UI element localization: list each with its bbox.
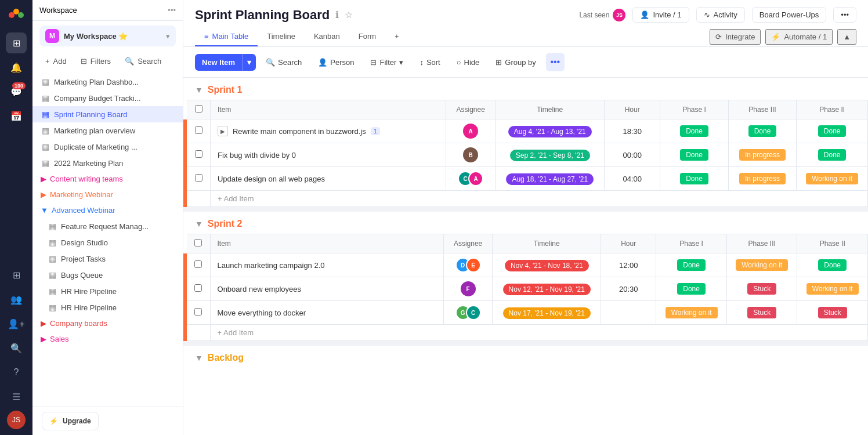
sprint-2-collapse-icon[interactable]: ▼ — [195, 219, 203, 229]
notifications-nav-icon[interactable]: 🔔 — [6, 57, 27, 78]
hide-tool-button[interactable]: ○ Hide — [450, 54, 486, 71]
add-button[interactable]: + Add — [39, 53, 73, 69]
add-item-row[interactable]: + Add Item — [183, 191, 868, 207]
sprint-2-section: ▼ Sprint 2 — [183, 212, 868, 341]
workspace-name: My Workspace ⭐ — [64, 32, 161, 41]
phase3-status: Stuck — [747, 307, 776, 318]
app-logo — [7, 6, 26, 24]
more-options-button[interactable]: ••• — [833, 7, 856, 23]
help-nav-icon[interactable]: ? — [6, 362, 27, 383]
star-icon[interactable]: ☆ — [345, 9, 353, 20]
assignee-avatar: A — [468, 171, 483, 186]
sprint-1-collapse-icon[interactable]: ▼ — [195, 85, 203, 95]
select-all-checkbox-2[interactable] — [194, 239, 202, 246]
add-item-label[interactable]: + Add Item — [210, 191, 867, 207]
sidebar-group-advanced-webinar[interactable]: ▼ Advanced Webinar — [32, 202, 183, 218]
team-nav-icon[interactable]: 👥 — [6, 289, 27, 310]
checkbox-col-header — [187, 100, 210, 119]
row-checkbox[interactable] — [195, 174, 202, 182]
search-nav-icon[interactable]: 🔍 — [6, 338, 27, 358]
calendar-nav-icon[interactable]: 📅 — [6, 106, 27, 126]
home-nav-icon[interactable]: ⊞ — [6, 32, 27, 53]
sidebar-item-duplicate-marketing[interactable]: ▦ Duplicate of Marketing ... — [32, 139, 183, 155]
new-item-caret-icon[interactable]: ▾ — [242, 54, 256, 71]
row-checkbox[interactable] — [195, 126, 202, 134]
sidebar-item-budget[interactable]: ▦ Company Budget Tracki... — [32, 90, 183, 106]
user-avatar-iconbar[interactable]: JS — [7, 411, 26, 429]
sidebar-group-company-boards[interactable]: ▶ Company boards — [32, 316, 183, 331]
sidebar-item-hr-pipeline-1[interactable]: ▦ HR Hire Pipeline — [32, 283, 183, 299]
sidebar-item-hr-pipeline-2[interactable]: ▦ HR Hire Pipeline — [32, 299, 183, 316]
icon-bar: ⊞ 🔔 💬 100 📅 ⊞ 👥 👤+ 🔍 ? ☰ JS — [0, 0, 32, 435]
sidebar-group-label: Advanced Webinar — [52, 206, 115, 215]
tab-kanban[interactable]: Kanban — [305, 27, 349, 46]
info-icon[interactable]: ℹ — [335, 9, 339, 20]
sidebar-item-label: Bugs Queue — [61, 271, 173, 280]
invite-button[interactable]: 👤 Invite / 1 — [632, 7, 689, 23]
hour-col-header: Hour — [605, 100, 660, 119]
sidebar-item-label: HR Hire Pipeline — [61, 287, 173, 296]
sidebar-item-marketing-overview[interactable]: ▦ Marketing plan overview — [32, 122, 183, 139]
sidebar-item-design-studio[interactable]: ▦ Design Studio — [32, 234, 183, 251]
assignee-avatar-stack: C A — [458, 171, 483, 186]
tab-kanban-label: Kanban — [314, 32, 340, 41]
sidebar-item-feature-request[interactable]: ▦ Feature Request Manag... — [32, 218, 183, 234]
sidebar-item-marketing-dashboard[interactable]: ▦ Marketing Plan Dashbo... — [32, 74, 183, 90]
phase2-status: Working on it — [806, 283, 859, 295]
board-icon: ▦ — [49, 238, 56, 247]
activity-button[interactable]: ∿ Activity — [696, 7, 745, 23]
select-all-checkbox[interactable] — [195, 105, 202, 113]
tab-form[interactable]: Form — [349, 27, 385, 46]
hide-tool-icon: ○ — [457, 58, 461, 67]
table-row: Onboard new employees ⊕ F Nov 12, '21 - … — [183, 277, 868, 301]
phase3-status: In progress — [739, 149, 786, 161]
filter-chevron-icon: ▾ — [399, 58, 403, 67]
search-tool-button[interactable]: 🔍 Search — [259, 54, 308, 71]
tab-timeline[interactable]: Timeline — [258, 27, 305, 46]
group-by-tool-button[interactable]: ⊞ Group by — [489, 54, 542, 71]
item-name: Rewrite main component in buzzword.js — [233, 127, 366, 136]
sidebar-options-icon[interactable]: ••• — [168, 6, 176, 14]
sort-tool-button[interactable]: ↕ Sort — [413, 54, 446, 71]
sidebar-item-sprint[interactable]: ▦ Sprint Planning Board — [32, 106, 183, 122]
add-label: Add — [53, 57, 67, 66]
sidebar-group-sales[interactable]: ▶ Sales — [32, 331, 183, 347]
grid-nav-icon[interactable]: ⊞ — [6, 264, 27, 285]
inbox-nav-icon[interactable]: 💬 100 — [6, 81, 27, 102]
more-tools-button[interactable]: ••• — [546, 53, 565, 71]
workspace-button[interactable]: M My Workspace ⭐ ▾ — [39, 26, 176, 46]
sidebar-item-label: Company Budget Tracki... — [54, 94, 173, 103]
row-checkbox[interactable] — [194, 308, 202, 316]
sidebar-item-bugs-queue[interactable]: ▦ Bugs Queue — [32, 267, 183, 283]
add-item-label[interactable]: + Add Item — [210, 325, 867, 341]
sidebar-item-label: HR Hire Pipeline — [61, 303, 173, 312]
tab-main-table[interactable]: ≡ Main Table — [195, 27, 258, 46]
row-checkbox[interactable] — [194, 284, 202, 292]
tab-add[interactable]: + — [385, 27, 408, 46]
sidebar-group-content-writing[interactable]: ▶ Content writing teams — [32, 171, 183, 187]
search-button-sidebar[interactable]: 🔍 Search — [119, 53, 167, 69]
more-tools-icon: ••• — [550, 57, 560, 67]
automate-button[interactable]: ⚡ Automate / 1 — [765, 29, 833, 45]
power-ups-button[interactable]: Board Power-Ups — [752, 7, 827, 23]
person-tool-button[interactable]: 👤 Person — [312, 54, 360, 71]
new-item-label: New Item — [195, 54, 242, 71]
new-item-button[interactable]: New Item ▾ — [195, 54, 256, 71]
phase2-status: Done — [818, 259, 847, 271]
upgrade-button[interactable]: ⚡ Upgrade — [42, 412, 99, 430]
collapse-button[interactable]: ▲ — [837, 29, 856, 45]
row-checkbox[interactable] — [195, 150, 202, 158]
row-checkbox[interactable] — [194, 260, 202, 268]
filters-button[interactable]: ⊟ Filters — [75, 53, 117, 69]
menu-nav-icon[interactable]: ☰ — [6, 386, 27, 407]
integrate-button[interactable]: ⟳ Integrate — [710, 29, 761, 45]
sidebar-item-2022-marketing[interactable]: ▦ 2022 Marketing Plan — [32, 155, 183, 171]
backlog-collapse-icon[interactable]: ▼ — [195, 353, 203, 362]
sidebar-item-label: Feature Request Manag... — [61, 222, 173, 231]
add-item-row-2[interactable]: + Add Item — [183, 325, 868, 341]
sidebar-item-project-tasks[interactable]: ▦ Project Tasks — [32, 251, 183, 267]
filter-tool-button[interactable]: ⊟ Filter ▾ — [364, 54, 410, 71]
add-people-nav-icon[interactable]: 👤+ — [6, 313, 27, 334]
row-expand-button[interactable]: ▶ — [218, 126, 228, 136]
sidebar-group-marketing-webinar[interactable]: ▶ Marketing Webinar — [32, 187, 183, 202]
